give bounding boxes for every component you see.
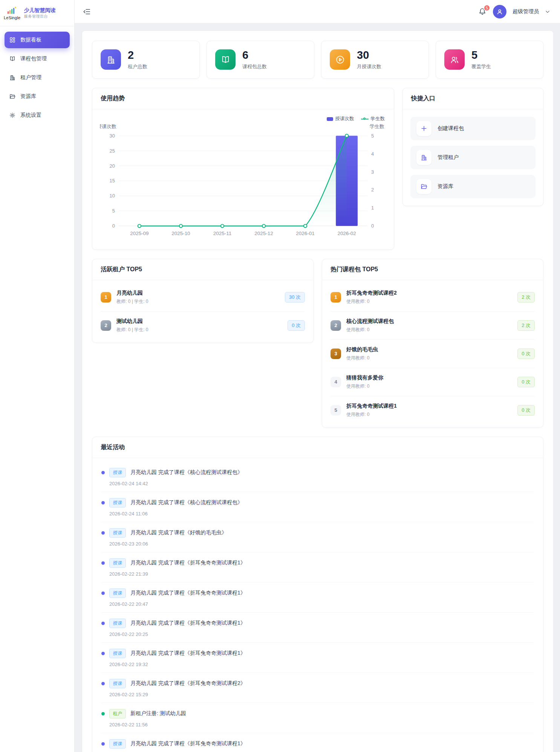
quick-entry-manage-tenants[interactable]: 管理租户 xyxy=(410,146,536,169)
chart-legend: 授课次数 学生数 xyxy=(100,115,386,123)
package-row: 5 折耳兔奇奇测试课程1 使用教师: 0 0 次 xyxy=(330,396,535,424)
sidebar-item-label: 数据看板 xyxy=(20,37,41,43)
usage-count-badge: 0 次 xyxy=(517,405,535,416)
package-meta: 使用教师: 0 xyxy=(346,411,512,418)
stats-row: 2 租户总数 6 课程包总数 xyxy=(92,41,543,79)
svg-text:25: 25 xyxy=(109,148,115,154)
sidebar-item-course-packages[interactable]: 课程包管理 xyxy=(5,50,70,67)
sidebar-item-settings[interactable]: 系统设置 xyxy=(5,107,70,124)
quick-entry-label: 管理租户 xyxy=(438,154,459,161)
notifications-button[interactable]: 5 xyxy=(478,7,487,16)
activity-text: 月亮幼儿园 完成了课程《折耳兔奇奇测试课程1》 xyxy=(130,620,246,627)
user-name[interactable]: 超级管理员 xyxy=(513,8,539,15)
activity-dot xyxy=(101,561,105,565)
svg-text:2026-01: 2026-01 xyxy=(296,231,314,236)
sidebar-item-tenants[interactable]: 租户管理 xyxy=(5,69,70,86)
activity-text: 月亮幼儿园 完成了课程《好饿的毛毛虫》 xyxy=(130,529,227,536)
svg-text:3: 3 xyxy=(371,169,374,174)
activity-dot xyxy=(101,501,105,504)
building-icon xyxy=(9,74,16,81)
activity-row: 授课 月亮幼儿园 完成了课程《折耳兔奇奇测试课程1》 2026-02-22 20… xyxy=(101,582,534,613)
building-icon xyxy=(101,49,121,70)
activity-row: 授课 月亮幼儿园 完成了课程《好饿的毛毛虫》 2026-02-23 20:06 xyxy=(101,522,534,552)
activity-tag: 授课 xyxy=(109,498,126,507)
activity-text: 月亮幼儿园 完成了课程《折耳兔奇奇测试课程1》 xyxy=(130,590,246,596)
activity-row: 授课 月亮幼儿园 完成了课程《折耳兔奇奇测试课程1》 2026-02-22 19… xyxy=(101,643,534,673)
activity-time: 2026-02-24 14:42 xyxy=(109,481,534,486)
sidebar-item-dashboard[interactable]: 数据看板 xyxy=(5,32,70,48)
dashboard-container: 2 租户总数 6 课程包总数 xyxy=(82,31,553,752)
legend-label: 授课次数 xyxy=(335,116,354,122)
activity-row: 授课 月亮幼儿园 完成了课程《折耳兔奇奇测试课程1》 2026-02-21 20… xyxy=(101,733,534,752)
recent-activities-list: 授课 月亮幼儿园 完成了课程《核心流程测试课程包》 2026-02-24 14:… xyxy=(92,458,543,752)
package-meta: 使用教师: 0 xyxy=(346,298,512,305)
rank-badge: 2 xyxy=(101,320,111,331)
rank-badge: 3 xyxy=(330,348,341,359)
recent-activities-card: 最近活动 授课 月亮幼儿园 完成了课程《核心流程测试课程包》 2026-02-2… xyxy=(92,437,543,752)
usage-count-badge: 30 次 xyxy=(285,292,305,303)
user-avatar[interactable] xyxy=(493,5,506,18)
activity-text: 新租户注册: 测试幼儿园 xyxy=(130,710,186,717)
rank-badge: 1 xyxy=(330,292,341,303)
stat-value: 6 xyxy=(242,49,267,61)
activity-dot xyxy=(101,652,105,655)
quick-entry-label: 创建课程包 xyxy=(438,125,464,132)
svg-text:4: 4 xyxy=(371,151,374,157)
sidebar-item-resources[interactable]: 资源库 xyxy=(5,88,70,105)
tenant-row: 2 测试幼儿园 教师: 0 | 学生: 0 0 次 xyxy=(101,312,305,339)
svg-text:2025-10: 2025-10 xyxy=(171,231,190,236)
usage-trend-card: 使用趋势 授课次数 学生数 xyxy=(92,88,394,250)
svg-text:1: 1 xyxy=(371,205,374,211)
legend-students[interactable]: 学生数 xyxy=(361,116,385,122)
svg-text:0: 0 xyxy=(371,223,374,229)
dashboard-icon xyxy=(9,37,16,43)
activity-dot xyxy=(101,682,105,685)
book-icon xyxy=(215,49,236,70)
person-icon xyxy=(496,8,503,15)
activity-tag: 授课 xyxy=(109,649,126,658)
package-row: 2 核心流程测试课程包 使用教师: 0 2 次 xyxy=(330,312,535,340)
activity-row: 授课 月亮幼儿园 完成了课程《核心流程测试课程包》 2026-02-24 11:… xyxy=(101,492,534,522)
users-icon xyxy=(444,49,465,70)
svg-text:2025-09: 2025-09 xyxy=(130,231,148,236)
svg-text:2: 2 xyxy=(371,187,374,193)
activity-text: 月亮幼儿园 完成了课程《折耳兔奇奇测试课程1》 xyxy=(130,650,246,657)
rank-badge: 2 xyxy=(330,320,341,331)
activity-dot xyxy=(101,712,105,715)
activity-dot xyxy=(101,592,105,595)
package-meta: 使用教师: 0 xyxy=(346,327,512,333)
package-name: 折耳兔奇奇测试课程1 xyxy=(346,403,512,410)
stat-label: 覆盖学生 xyxy=(471,63,491,70)
usage-count-badge: 0 次 xyxy=(288,320,305,331)
activity-time: 2026-02-23 20:06 xyxy=(109,541,534,547)
svg-text:2025-11: 2025-11 xyxy=(213,231,231,236)
activity-text: 月亮幼儿园 完成了课程《核心流程测试课程包》 xyxy=(130,499,243,506)
usage-trend-title: 使用趋势 xyxy=(92,88,394,109)
activity-row: 授课 月亮幼儿园 完成了课程《核心流程测试课程包》 2026-02-24 14:… xyxy=(101,462,534,492)
package-meta: 使用教师: 0 xyxy=(346,383,512,390)
stat-label: 租户总数 xyxy=(128,63,147,70)
brand-name: LeSingle xyxy=(4,15,20,20)
legend-lessons[interactable]: 授课次数 xyxy=(327,116,354,122)
hot-packages-title: 热门课程包 TOP5 xyxy=(322,259,543,280)
collapse-sidebar-icon[interactable] xyxy=(83,8,91,16)
activity-time: 2026-02-22 20:47 xyxy=(109,601,534,607)
package-name: 核心流程测试课程包 xyxy=(346,318,512,325)
sidebar-item-label: 课程包管理 xyxy=(20,55,47,62)
tenant-meta: 教师: 0 | 学生: 0 xyxy=(116,298,280,305)
quick-entry-resources[interactable]: 资源库 xyxy=(410,175,536,198)
quick-entry-create-package[interactable]: 创建课程包 xyxy=(410,117,536,140)
svg-text:20: 20 xyxy=(109,163,115,168)
app-title: 少儿智慧阅读 xyxy=(24,7,55,14)
quick-entry-card: 快捷入口 创建课程包 xyxy=(402,88,543,206)
package-meta: 使用教师: 0 xyxy=(346,355,512,361)
app-subtitle: 服务管理后台 xyxy=(24,14,55,19)
activity-dot xyxy=(101,742,105,746)
stat-label: 课程包总数 xyxy=(242,63,267,70)
package-name: 好饿的毛毛虫 xyxy=(346,346,512,353)
active-tenants-card: 活跃租户 TOP5 1 月亮幼儿园 教师: 0 | 学生: 0 30 次 2 测… xyxy=(92,259,314,343)
tenant-name: 月亮幼儿园 xyxy=(116,290,280,297)
svg-text:5: 5 xyxy=(112,208,115,214)
rank-badge: 5 xyxy=(330,405,341,416)
chevron-down-icon[interactable] xyxy=(545,9,550,14)
